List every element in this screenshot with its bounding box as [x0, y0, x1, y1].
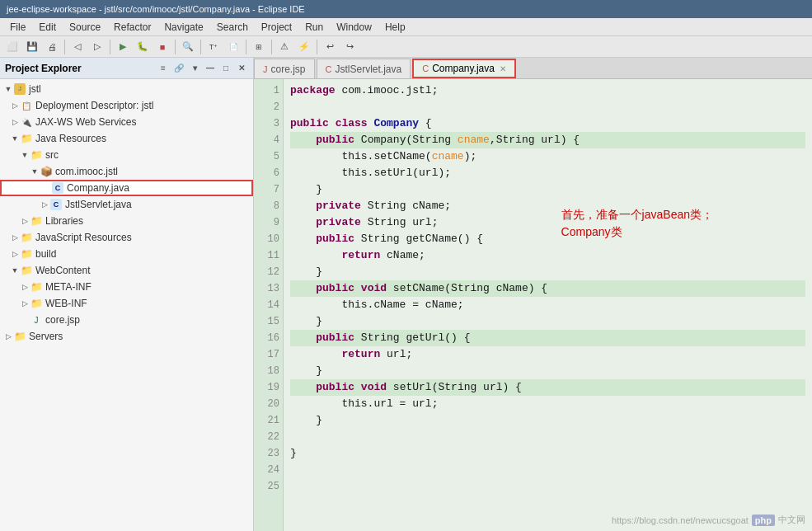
link-with-editor-icon[interactable]: 🔗 — [172, 62, 185, 75]
libraries-arrow: ▷ — [20, 216, 30, 226]
menu-window[interactable]: Window — [330, 20, 378, 35]
watermark-suffix: 中文网 — [778, 514, 805, 526]
title-text: jee-eclipse-workspace - jstl/src/com/imo… — [7, 4, 305, 14]
tree-item-java-resources[interactable]: ▼ 📁 Java Resources — [0, 130, 253, 147]
jstl-arrow: ▼ — [3, 84, 13, 94]
tree-item-servers[interactable]: ▷ 📁 Servers — [0, 328, 253, 345]
toolbar-open-type[interactable]: T⁺ — [204, 38, 223, 56]
tab-jstlservlet-java[interactable]: C JstlServlet.java — [317, 59, 411, 78]
toolbar-new[interactable]: ⬜ — [3, 38, 21, 56]
main-layout: Project Explorer ≡ 🔗 ▾ — □ ✕ ▼ J jstl ▷ … — [0, 58, 812, 531]
java-resources-arrow: ▼ — [10, 134, 20, 143]
build-label: build — [35, 248, 56, 260]
web-inf-icon: 📁 — [30, 297, 43, 310]
menu-help[interactable]: Help — [378, 20, 412, 35]
toolbar-undo[interactable]: ↩ — [321, 38, 339, 56]
toolbar-sep5 — [246, 40, 246, 54]
tree-item-jstl[interactable]: ▼ J jstl — [0, 81, 253, 97]
tree-item-company-java[interactable]: C Company.java — [0, 180, 253, 196]
code-line-18: } — [290, 363, 805, 379]
tree-item-libraries[interactable]: ▷ 📁 Libraries — [0, 213, 253, 229]
package-arrow: ▼ — [30, 167, 40, 176]
tree-item-js-resources[interactable]: ▷ 📁 JavaScript Resources — [0, 229, 253, 246]
tree-item-web-inf[interactable]: ▷ 📁 WEB-INF — [0, 295, 253, 312]
js-resources-label: JavaScript Resources — [35, 232, 132, 243]
toolbar: ⬜ 💾 🖨 ◁ ▷ ▶ 🐛 ■ 🔍 T⁺ 📄 ⊞ ⚠ ⚡ ↩ ↪ — [0, 36, 812, 58]
java-resources-icon: 📁 — [20, 132, 33, 145]
code-line-14: this.cName = cName; — [290, 297, 805, 313]
toolbar-search[interactable]: 🔍 — [179, 38, 197, 56]
minimize-icon[interactable]: — — [204, 62, 217, 75]
toolbar-print[interactable]: 🖨 — [43, 38, 61, 56]
toolbar-run[interactable]: ▶ — [114, 38, 132, 56]
core-jsp-tab-label: core.jsp — [271, 63, 306, 75]
tab-core-jsp[interactable]: J core.jsp — [254, 59, 315, 78]
menu-search[interactable]: Search — [210, 20, 255, 35]
menu-file[interactable]: File — [3, 20, 32, 35]
tree-item-package[interactable]: ▼ 📦 com.imooc.jstl — [0, 163, 253, 180]
tree-item-webcontent[interactable]: ▼ 📁 WebContent — [0, 262, 253, 279]
tree-item-src[interactable]: ▼ 📁 src — [0, 147, 253, 163]
menu-edit[interactable]: Edit — [32, 20, 63, 35]
menu-source[interactable]: Source — [63, 20, 107, 35]
code-line-22 — [290, 429, 805, 445]
code-content[interactable]: package com.imooc.jstl; public class Com… — [284, 79, 812, 531]
tree-item-meta-inf[interactable]: ▷ 📁 META-INF — [0, 279, 253, 295]
code-line-2 — [290, 99, 805, 115]
menu-project[interactable]: Project — [255, 20, 298, 35]
code-line-11: return cName; — [290, 247, 805, 264]
code-line-15: } — [290, 313, 805, 330]
company-icon: C — [51, 181, 64, 195]
tab-bar: J core.jsp C JstlServlet.java C Company.… — [254, 58, 812, 79]
code-line-5: this.setCName(cname); — [290, 148, 805, 165]
toolbar-redo[interactable]: ↪ — [340, 38, 359, 56]
menu-run[interactable]: Run — [298, 20, 330, 35]
close-panel-icon[interactable]: ✕ — [235, 62, 248, 75]
company-tab-close[interactable]: ✕ — [500, 64, 506, 73]
deployment-icon: 📋 — [20, 99, 33, 112]
tree-area: ▼ J jstl ▷ 📋 Deployment Descriptor: jstl… — [0, 79, 253, 531]
code-line-21: } — [290, 412, 805, 429]
collapse-all-icon[interactable]: ≡ — [157, 62, 170, 75]
code-line-4: public Company(String cname,String url) … — [290, 132, 805, 148]
watermark-url: https://blog.csdn.net/newcucsgoat — [612, 515, 749, 525]
jstlservlet-arrow: ▷ — [40, 200, 49, 209]
core-jsp-tab-icon: J — [263, 64, 268, 74]
code-line-7: } — [290, 181, 805, 198]
project-explorer-header: Project Explorer ≡ 🔗 ▾ — □ ✕ — [0, 58, 253, 79]
tree-item-jaxws[interactable]: ▷ 🔌 JAX-WS Web Services — [0, 114, 253, 130]
code-editor[interactable]: 12345 678910 1112131415 1617181920 21222… — [254, 79, 812, 531]
toolbar-perspectives[interactable]: ⊞ — [250, 38, 268, 56]
toolbar-next-ann[interactable]: ⚠ — [275, 38, 293, 56]
js-resources-icon: 📁 — [20, 231, 33, 244]
toolbar-back[interactable]: ◁ — [68, 38, 87, 56]
toolbar-fwd[interactable]: ▷ — [88, 38, 106, 56]
menu-refactor[interactable]: Refactor — [107, 20, 157, 35]
tree-item-deployment[interactable]: ▷ 📋 Deployment Descriptor: jstl — [0, 97, 253, 114]
maximize-icon[interactable]: □ — [219, 62, 232, 75]
toolbar-stop[interactable]: ■ — [153, 38, 171, 56]
menu-navigate[interactable]: Navigate — [157, 20, 209, 35]
jstlservlet-label: JstlServlet.java — [65, 199, 132, 210]
jstl-label: jstl — [29, 83, 41, 95]
toolbar-open-resource[interactable]: 📄 — [224, 38, 242, 56]
code-line-9: private String url; — [290, 214, 805, 231]
toolbar-save[interactable]: 💾 — [23, 38, 41, 56]
project-explorer: Project Explorer ≡ 🔗 ▾ — □ ✕ ▼ J jstl ▷ … — [0, 58, 254, 531]
toolbar-debug[interactable]: 🐛 — [134, 38, 152, 56]
web-inf-arrow: ▷ — [20, 298, 30, 308]
toolbar-sep1 — [64, 40, 65, 54]
tab-company-java[interactable]: C Company.java ✕ — [412, 59, 516, 78]
tree-item-jstlservlet-java[interactable]: ▷ C JstlServlet.java — [0, 196, 253, 213]
js-resources-arrow: ▷ — [10, 233, 20, 242]
code-line-3: public class Company { — [290, 115, 805, 132]
tree-item-build[interactable]: ▷ 📁 build — [0, 246, 253, 262]
tree-item-core-jsp[interactable]: J core.jsp — [0, 312, 253, 328]
sidebar-menu-icon[interactable]: ▾ — [188, 62, 201, 75]
libraries-label: Libraries — [45, 215, 83, 227]
meta-inf-arrow: ▷ — [20, 282, 30, 292]
webcontent-arrow: ▼ — [10, 266, 20, 275]
toolbar-prev-ann[interactable]: ⚡ — [295, 38, 313, 56]
meta-inf-label: META-INF — [45, 281, 92, 293]
line-numbers: 12345 678910 1112131415 1617181920 21222… — [254, 79, 284, 531]
